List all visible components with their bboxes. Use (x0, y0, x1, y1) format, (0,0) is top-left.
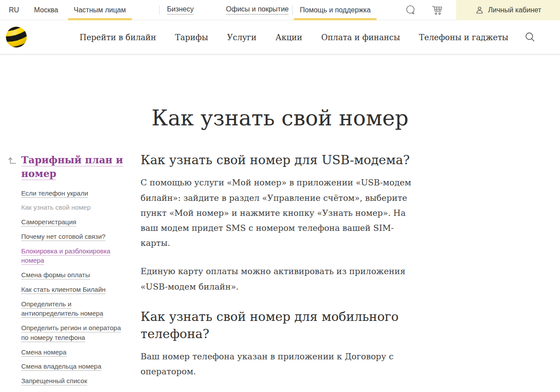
nav-item-phones-gadgets[interactable]: Телефоны и гаджеты (419, 33, 508, 42)
sidebar: Тарифный план и номер Если телефон украл… (6, 153, 135, 392)
search-icon[interactable] (525, 32, 535, 42)
section-heading-usb-modem: Как узнать свой номер для USB-модема? (141, 151, 422, 169)
sidebar-item-become-client[interactable]: Как стать клиентом Билайн (21, 285, 130, 294)
tab-business[interactable]: Бизнесу (167, 5, 194, 15)
divider (159, 5, 160, 15)
nav-item-payments-finance[interactable]: Оплата и финансы (321, 33, 400, 42)
personal-account-button[interactable]: Личный кабинет (456, 0, 560, 20)
section-heading-mobile-phone: Как узнать свой номер для мобильного тел… (141, 308, 422, 343)
main-navigation: Перейти в билайн Тарифы Услуги Акции Опл… (0, 20, 560, 54)
nav-item-services[interactable]: Услуги (227, 33, 257, 42)
arrow-turn-up-icon[interactable] (6, 155, 17, 392)
sidebar-item-block-unblock[interactable]: Блокировка и разблокировка номера (21, 246, 130, 266)
sidebar-item-phone-stolen[interactable]: Если телефон украли (21, 188, 130, 198)
top-utility-bar: RU Москва Частным лицам Бизнесу Офисы и … (0, 0, 560, 20)
chat-bubble-icon[interactable] (405, 4, 416, 16)
paragraph-contract: Ваш номер телефона указан в приложении к… (141, 349, 422, 379)
language-switcher[interactable]: RU (9, 6, 19, 14)
sidebar-item-banned-list[interactable]: Запрещенный список (21, 376, 130, 386)
beeline-logo[interactable] (5, 26, 27, 48)
personal-account-label: Личный кабинет (488, 6, 541, 14)
sidebar-item-owner-change[interactable]: Смена владельца номера (21, 362, 130, 371)
cart-icon[interactable] (431, 4, 444, 16)
region-selector[interactable]: Москва (34, 6, 58, 14)
sidebar-item-payment-form-change[interactable]: Смена формы оплаты (21, 270, 130, 280)
sidebar-item-region-operator[interactable]: Определить регион и оператора по номеру … (21, 323, 130, 343)
divider (292, 5, 293, 15)
tab-private-clients[interactable]: Частным лицам (68, 0, 132, 20)
link-help-support[interactable]: Помощь и поддержка (294, 0, 376, 20)
sidebar-item-self-registration[interactable]: Саморегистрация (21, 217, 130, 227)
nav-items: Перейти в билайн Тарифы Услуги Акции Опл… (80, 33, 508, 42)
link-offices-coverage[interactable]: Офисы и покрытие (226, 5, 289, 15)
paragraph-usb-instructions: С помощью услуги «Мой номер» в приложени… (141, 175, 422, 250)
sidebar-list: Если телефон украли Как узнать свой номе… (21, 188, 133, 392)
nav-item-tariffs[interactable]: Тарифы (175, 33, 208, 42)
sidebar-item-no-signal[interactable]: Почему нет сотовой связи? (21, 232, 130, 241)
page-title: Как узнать свой номер (0, 106, 560, 130)
paragraph-payment-card: Единую карту оплаты можно активировать и… (141, 264, 422, 294)
nav-item-go-to-beeline[interactable]: Перейти в билайн (80, 33, 156, 42)
article-content: Как узнать свой номер для USB-модема? С … (141, 151, 422, 392)
main-layout: Тарифный план и номер Если телефон украл… (0, 153, 560, 392)
sidebar-item-find-your-number: Как узнать свой номер (21, 203, 130, 212)
sidebar-heading-tariff-plan[interactable]: Тарифный план и номер (21, 154, 123, 179)
sidebar-nav: Тарифный план и номер Если телефон украл… (21, 153, 133, 392)
person-icon (475, 5, 484, 15)
sidebar-item-number-change[interactable]: Смена номера (21, 347, 130, 357)
sidebar-item-caller-id[interactable]: Определитель и антиопределитель номера (21, 299, 130, 319)
nav-item-promos[interactable]: Акции (275, 33, 302, 42)
